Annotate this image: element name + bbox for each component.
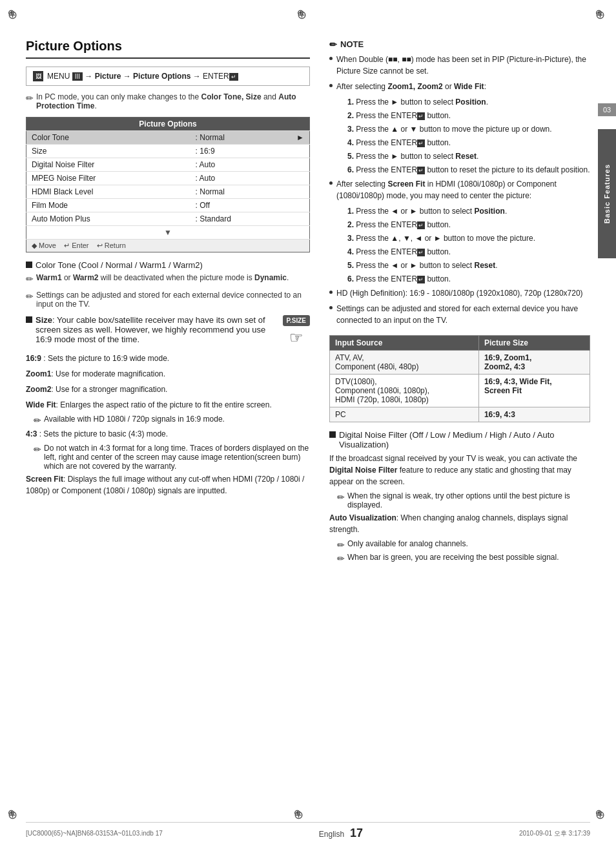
note-item-settings: Settings can be adjusted and stored for … <box>329 303 590 326</box>
digital-noise-description: If the broadcast signal received by your… <box>329 453 590 488</box>
left-column: Picture Options 🖼 MENU III → Picture → P… <box>26 39 310 566</box>
auto-viz-note1-text: Only available for analog channels. <box>347 539 468 548</box>
footer-right-text: 2010-09-01 오후 3:17:39 <box>519 829 590 838</box>
film-mode-value: : Off <box>190 199 292 212</box>
four-three-note-text: Do not watch in 4:3 format for a long ti… <box>44 444 310 471</box>
digital-noise-sub-note-text: When the signal is weak, try other optio… <box>347 491 590 509</box>
hdmi-black-value: : Normal <box>190 185 292 199</box>
sf-step-6: 6. Press the ENTER↵ button. <box>347 273 590 285</box>
table-footer-row: ◆ Move ↵ Enter ↩ Return <box>26 240 310 252</box>
bullet-digital-noise <box>329 431 336 438</box>
note-item-pip: When Double (■■, ■■) mode has been set i… <box>329 54 590 77</box>
picture-size-header: Picture Size <box>478 336 590 351</box>
crosshair-top: ⊕ <box>297 8 310 21</box>
table-row-atv: ATV, AV,Component (480i, 480p) 16:9, Zoo… <box>330 351 590 375</box>
color-tone-arrow: ► <box>291 131 309 145</box>
bullet-color-tone <box>26 262 32 268</box>
table-row-color-tone[interactable]: Color Tone : Normal ► <box>26 131 310 145</box>
zoom-step-6: 6. Press the ENTER↵ button to reset the … <box>347 164 590 176</box>
digital-noise-arrow <box>291 158 309 172</box>
bullet-screen-fit <box>329 181 333 185</box>
digital-noise-section: Digital Noise Filter (Off / Low / Medium… <box>329 430 590 449</box>
crosshair-right-bottom: ⊕ <box>595 808 608 821</box>
bullet-settings <box>329 306 333 309</box>
auto-viz-note2-text: When bar is green, you are receiving the… <box>347 553 559 562</box>
table-row-mpeg-noise[interactable]: MPEG Noise Filter : Auto <box>26 172 310 185</box>
sf-step-4: 4. Press the ENTER↵ button. <box>347 246 590 258</box>
auto-viz-note2: ✏ When bar is green, you are receiving t… <box>329 553 590 564</box>
page-footer: [UC8000(65)~NA]BN68-03153A~01L03.indb 17… <box>26 822 590 840</box>
english-label: English <box>319 830 344 839</box>
more-arrow: ▼ <box>26 226 310 240</box>
hdmi-black-label: HDMI Black Level <box>26 185 190 199</box>
mpeg-noise-value: : Auto <box>190 172 292 185</box>
crosshair-left-bottom: ⊕ <box>8 808 21 821</box>
pencil-icon-dn: ✏ <box>337 492 345 502</box>
note-pencil-icon: ✏ <box>329 39 337 50</box>
crosshair-left-top: ⊕ <box>8 8 21 21</box>
auto-motion-value: : Standard <box>190 212 292 226</box>
auto-motion-arrow <box>291 212 309 226</box>
zoom-step-4: 4. Press the ENTER↵ button. <box>347 137 590 149</box>
table-row-hdmi-black[interactable]: HDMI Black Level : Normal <box>26 185 310 199</box>
table-row-digital-noise[interactable]: Digital Noise Filter : Auto <box>26 158 310 172</box>
screen-fit-steps: 1. Press the ◄ or ► button to select Pos… <box>337 205 590 285</box>
sidebar-section-number: 03 <box>598 103 616 116</box>
pc-size: 16:9, 4:3 <box>478 407 590 422</box>
film-mode-label: Film Mode <box>26 199 190 212</box>
page-title: Picture Options <box>26 39 310 59</box>
size-value: : 16:9 <box>190 145 292 158</box>
wide-fit-note: ✏ Available with HD 1080i / 720p signals… <box>26 415 310 426</box>
zoom-step-3: 3. Press the ▲ or ▼ button to move the p… <box>347 123 590 135</box>
table-row-size[interactable]: Size : 16:9 <box>26 145 310 158</box>
table-row-auto-motion[interactable]: Auto Motion Plus : Standard <box>26 212 310 226</box>
crosshair-bottom: ⊕ <box>294 808 307 821</box>
psize-container: P.SIZE ☞ <box>283 315 310 347</box>
table-footer: ◆ Move ↵ Enter ↩ Return <box>26 240 310 252</box>
digital-noise-label: Digital Noise Filter <box>26 158 190 172</box>
atv-size: 16:9, Zoom1,Zoom2, 4:3 <box>478 351 590 375</box>
size-zoom1: Zoom1: Use for moderate magnification. <box>26 368 310 380</box>
menu-icon: 🖼 <box>33 71 43 81</box>
note-section: ✏ NOTE When Double (■■, ■■) mode has bee… <box>329 39 590 326</box>
psize-button: P.SIZE <box>283 315 310 326</box>
film-mode-arrow <box>291 199 309 212</box>
color-tone-settings-note: ✏ Settings can be adjusted and stored fo… <box>26 291 310 309</box>
digital-noise-sub-note: ✏ When the signal is weak, try other opt… <box>329 491 590 509</box>
dtv-size: 16:9, 4:3, Wide Fit,Screen Fit <box>478 375 590 407</box>
note-item-hd: HD (High Definition): 16:9 - 1080i/1080p… <box>329 287 590 299</box>
menu-path: 🖼 MENU III → Picture → Picture Options →… <box>26 67 310 86</box>
color-tone-heading: Color Tone (Cool / Normal / Warm1 / Warm… <box>26 260 310 270</box>
screen-fit-note-text: After selecting Screen Fit in HDMI (1080… <box>336 178 590 201</box>
table-header: Picture Options <box>26 118 310 131</box>
note-item-screen-fit: After selecting Screen Fit in HDMI (1080… <box>329 178 590 201</box>
sidebar-tab: Basic Features <box>598 129 616 258</box>
color-tone-warm-note: ✏ Warm1 or Warm2 will be deactivated whe… <box>26 273 310 284</box>
note-item-zoom: After selecting Zoom1, Zoom2 or Wide Fit… <box>329 81 590 92</box>
hd-note-text: HD (High Definition): 16:9 - 1080i/1080p… <box>336 287 583 299</box>
sf-step-3: 3. Press the ▲, ▼, ◄ or ► button to move… <box>347 232 590 244</box>
note-pip-text: When Double (■■, ■■) mode has been set i… <box>336 54 590 77</box>
input-picture-size-table: Input Source Picture Size ATV, AV,Compon… <box>329 335 590 422</box>
auto-viz-note1: ✏ Only available for analog channels. <box>329 539 590 550</box>
hand-icon: ☞ <box>289 329 303 346</box>
footer-left-text: [UC8000(65)~NA]BN68-03153A~01L03.indb 17 <box>26 830 163 837</box>
size-16-9: 16:9 : Sets the picture to 16:9 wide mod… <box>26 353 310 364</box>
pencil-icon-3: ✏ <box>26 291 34 302</box>
sf-step-1: 1. Press the ◄ or ► button to select Pos… <box>347 205 590 217</box>
pencil-icon-5: ✏ <box>34 444 41 455</box>
pencil-icon: ✏ <box>26 93 34 103</box>
note-header: ✏ NOTE <box>329 39 590 50</box>
bullet-size <box>26 316 32 323</box>
size-label: Size <box>26 145 190 158</box>
picture-options-table: Picture Options Color Tone : Normal ► Si… <box>26 117 310 252</box>
wide-fit-note-text: Available with HD 1080i / 720p signals i… <box>44 415 225 424</box>
settings-note-text-right: Settings can be adjusted and stored for … <box>336 303 590 326</box>
input-source-header: Input Source <box>330 336 479 351</box>
sidebar-tab-text: Basic Features <box>603 164 611 223</box>
table-row-film-mode[interactable]: Film Mode : Off <box>26 199 310 212</box>
digital-noise-heading-text: Digital Noise Filter (Off / Low / Medium… <box>339 430 590 449</box>
pencil-icon-av1: ✏ <box>337 540 345 550</box>
settings-note-text: Settings can be adjusted and stored for … <box>36 291 310 309</box>
warm-note-text: Warm1 or Warm2 will be deactivated when … <box>36 273 289 282</box>
